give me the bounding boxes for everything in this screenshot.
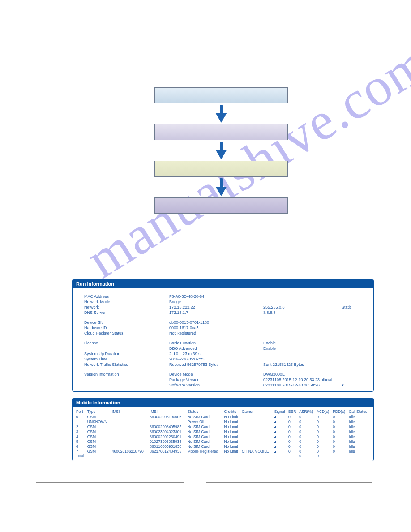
table-cell: GSM	[86, 429, 111, 434]
table-cell	[287, 454, 298, 458]
table-cell: Idle	[348, 449, 371, 454]
run-info-row: Network Traffic StatisticsReceived 56257…	[73, 362, 373, 367]
table-cell: 0	[332, 439, 348, 444]
run-info-label: Cloud Register Status	[84, 331, 169, 335]
table-cell: 4	[75, 434, 86, 439]
table-cell: No SIM Card	[187, 444, 223, 449]
signal-icon	[274, 419, 278, 423]
table-cell: 0	[298, 414, 316, 419]
table-cell: 0	[298, 449, 316, 454]
table-cell	[274, 414, 287, 419]
run-info-label: License	[84, 341, 169, 345]
table-cell	[241, 444, 274, 449]
mobile-info-table: PortTypeIMSIIMEIStatusCreditsCarrierSign…	[75, 409, 371, 458]
signal-icon	[274, 449, 278, 453]
table-cell	[111, 434, 149, 439]
table-cell	[274, 444, 287, 449]
table-cell: 2	[75, 424, 86, 429]
chevron-down-icon: ▾	[342, 383, 373, 387]
table-cell: 0	[287, 439, 298, 444]
table-cell: 0	[316, 434, 332, 439]
table-cell	[111, 429, 149, 434]
table-cell: 860002008405982	[149, 424, 186, 429]
table-cell: 0	[287, 414, 298, 419]
run-info-value	[342, 341, 373, 345]
table-header: Port	[75, 409, 86, 414]
table-cell: No SIM Card	[187, 424, 223, 429]
table-cell: Idle	[348, 439, 371, 444]
run-info-row: Version InformationDevice ModelDWG2000E	[73, 372, 373, 377]
run-info-value	[342, 294, 373, 299]
run-info-value	[342, 300, 373, 304]
table-cell	[241, 454, 274, 458]
run-info-row: Software Version02231108 2015-12-10 20:5…	[73, 382, 373, 388]
run-info-value: Not Registered	[169, 331, 263, 335]
run-info-value: Bridge	[169, 300, 263, 304]
table-cell	[348, 454, 371, 458]
table-header: BER	[287, 409, 298, 414]
run-info-value	[342, 346, 373, 351]
run-info-label	[84, 383, 169, 387]
table-cell: 0	[332, 424, 348, 429]
table-row: 5GSM010273006035936No SIM CardNo Limit00…	[75, 439, 371, 444]
run-info-value: Received 562579753 Bytes	[169, 362, 263, 367]
table-cell	[274, 419, 287, 424]
run-info-label: Network Traffic Statistics	[84, 362, 169, 367]
table-cell: No SIM Card	[187, 429, 223, 434]
run-info-value	[263, 300, 342, 304]
run-info-value	[342, 310, 373, 315]
arrow-down-icon	[154, 140, 288, 161]
table-cell: 0	[298, 424, 316, 429]
run-info-value: Enable	[263, 341, 342, 345]
run-info-label: Network Mode	[84, 300, 169, 304]
table-cell: 0	[287, 449, 298, 454]
run-info-value	[263, 326, 342, 330]
run-info-label	[84, 378, 169, 382]
table-cell: 860116003951830	[149, 444, 186, 449]
run-info-value	[342, 362, 373, 367]
table-cell: GSM	[86, 434, 111, 439]
signal-icon	[274, 439, 278, 443]
run-information-title: Run Information	[73, 279, 373, 288]
table-row: 2GSM860002008405982No SIM CardNo Limit00…	[75, 424, 371, 429]
run-info-value: 172.16.222.22	[169, 305, 263, 309]
run-info-value: F8-A0-3D-48-20-84	[169, 294, 263, 299]
table-cell: 0	[316, 444, 332, 449]
run-info-row: DNS Server172.16.1.78.8.8.8	[73, 310, 373, 315]
signal-icon	[274, 414, 278, 418]
table-row: 1UNKNOWNPower OffNo Limit0000Idle	[75, 419, 371, 424]
table-cell: Idle	[348, 424, 371, 429]
table-cell: 0	[298, 419, 316, 424]
table-cell: 7	[75, 449, 86, 454]
table-cell: 0	[298, 454, 316, 458]
run-info-value: 255.255.0.0	[263, 305, 342, 309]
table-cell: Idle	[348, 419, 371, 424]
run-info-row: System Up Duration2 d 0 h 23 m 39 s	[73, 351, 373, 356]
run-info-value: Static	[342, 305, 373, 309]
table-cell: No Limit	[223, 449, 241, 454]
run-info-row: System Time2016-2-26 02:07:23	[73, 356, 373, 362]
run-info-value: 0000-1617-0ca3	[169, 326, 263, 330]
table-cell	[111, 439, 149, 444]
table-cell: Idle	[348, 414, 371, 419]
table-header: Carrier	[241, 409, 274, 414]
run-info-label: DNS Server	[84, 310, 169, 315]
table-cell	[111, 424, 149, 429]
table-cell: No SIM Card	[187, 414, 223, 419]
run-info-value: DBO Advanced	[169, 346, 263, 351]
table-header: Status	[187, 409, 223, 414]
table-cell	[241, 429, 274, 434]
table-cell: No Limit	[223, 429, 241, 434]
table-cell: 0	[298, 439, 316, 444]
run-info-value: 02231108 2015-12-10 20:50:26	[263, 383, 342, 387]
run-info-value	[263, 331, 342, 335]
table-cell: No Limit	[223, 414, 241, 419]
run-info-value: DWG2000E	[263, 372, 342, 377]
run-info-value: Package Version	[169, 378, 263, 382]
table-cell: GSM	[86, 444, 111, 449]
signal-icon	[274, 429, 278, 433]
table-cell: No SIM Card	[187, 439, 223, 444]
run-info-value	[342, 320, 373, 325]
table-cell	[111, 414, 149, 419]
mobile-information-title: Mobile Information	[73, 398, 373, 407]
